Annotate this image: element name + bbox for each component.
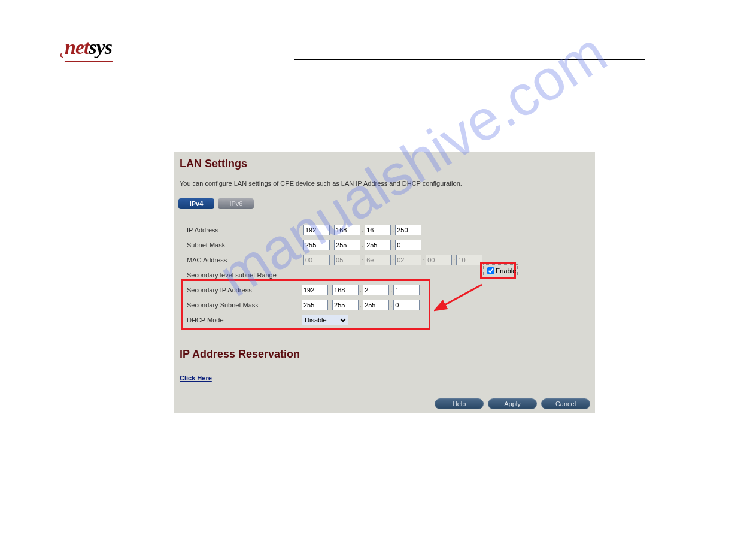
annotation-arrow-icon [434, 281, 488, 317]
page-title: LAN Settings [174, 152, 595, 170]
secondary-highlight-box: Secondary IP Address . . . Secondary Sub… [181, 279, 430, 330]
secondary-mask-label: Secondary Subnet Mask [187, 301, 302, 309]
action-button-bar: Help Apply Cancel [435, 398, 590, 409]
enable-checkbox-wrap: Enable [483, 264, 518, 277]
enable-label: Enable [496, 267, 516, 274]
row-dhcp-mode: DHCP Mode Disable [183, 312, 429, 327]
dot-separator: . [391, 241, 395, 249]
secondary-ip-label: Secondary IP Address [187, 286, 302, 294]
lan-form: IP Address . . . Subnet Mask . . . MAC A… [174, 222, 595, 282]
colon-separator: : [452, 256, 456, 264]
subnet-mask-label: Subnet Mask [187, 241, 303, 249]
mac-octet-1 [303, 255, 330, 265]
mac-octet-5 [426, 255, 452, 265]
dot-separator: . [389, 286, 393, 294]
subnet-mask-octet-2[interactable] [334, 240, 360, 250]
ip-reservation-title: IP Address Reservation [180, 348, 300, 361]
subnet-mask-octet-1[interactable] [303, 240, 330, 250]
ip-address-octet-1[interactable] [303, 225, 330, 235]
brand-logo: ‹ netsys [65, 36, 112, 59]
secondary-mask-octet-2[interactable] [332, 300, 359, 310]
ip-address-octet-3[interactable] [365, 225, 391, 235]
page-description: You can configure LAN settings of CPE de… [174, 170, 595, 187]
ip-version-tabs: IPv4 IPv6 [178, 198, 595, 209]
dot-separator: . [330, 241, 334, 249]
logo-red: net [65, 36, 89, 58]
dhcp-mode-label: DHCP Mode [187, 316, 302, 324]
colon-separator: : [421, 256, 426, 264]
ip-address-octet-4[interactable] [395, 225, 421, 235]
cancel-button[interactable]: Cancel [541, 398, 590, 409]
mac-octet-3 [365, 255, 391, 265]
subnet-mask-octet-3[interactable] [365, 240, 391, 250]
apply-button[interactable]: Apply [488, 398, 537, 409]
dot-separator: . [359, 286, 363, 294]
row-subnet-mask: Subnet Mask . . . [174, 237, 595, 252]
ip-address-octet-2[interactable] [334, 225, 360, 235]
colon-separator: : [360, 256, 365, 264]
tab-ipv4[interactable]: IPv4 [178, 198, 214, 209]
colon-separator: : [391, 256, 395, 264]
dot-separator: . [359, 301, 363, 309]
row-secondary-ip: Secondary IP Address . . . [183, 282, 429, 297]
dot-separator: . [391, 226, 395, 234]
secondary-mask-octet-3[interactable] [363, 300, 389, 310]
ip-address-label: IP Address [187, 226, 303, 234]
secondary-ip-octet-3[interactable] [363, 285, 389, 295]
secondary-ip-octet-2[interactable] [332, 285, 359, 295]
mac-octet-4 [395, 255, 421, 265]
secondary-ip-octet-1[interactable] [302, 285, 328, 295]
svg-line-0 [442, 285, 482, 306]
row-mac-address: MAC Address : : : : : [174, 252, 595, 267]
subnet-mask-octet-4[interactable] [395, 240, 421, 250]
mac-octet-6 [456, 255, 482, 265]
enable-highlight-box: Enable [480, 262, 516, 279]
secondary-mask-octet-4[interactable] [393, 300, 420, 310]
colon-separator: : [330, 256, 334, 264]
dot-separator: . [389, 301, 393, 309]
row-ip-address: IP Address . . . [174, 222, 595, 237]
mac-octet-2 [334, 255, 360, 265]
dot-separator: . [330, 226, 334, 234]
secondary-range-label: Secondary level subnet Range [187, 271, 303, 279]
mac-address-label: MAC Address [187, 256, 303, 264]
lan-settings-panel: LAN Settings You can configure LAN setti… [174, 152, 595, 413]
dot-separator: . [360, 241, 365, 249]
click-here-link[interactable]: Click Here [180, 374, 212, 382]
secondary-ip-octet-4[interactable] [393, 285, 420, 295]
help-button[interactable]: Help [435, 398, 484, 409]
tab-ipv6[interactable]: IPv6 [218, 198, 254, 209]
header-rule [294, 59, 645, 60]
enable-checkbox[interactable] [487, 267, 494, 274]
row-secondary-mask: Secondary Subnet Mask . . . [183, 297, 429, 312]
logo-black: sys [89, 36, 112, 58]
dhcp-mode-select[interactable]: Disable [302, 315, 348, 325]
dot-separator: . [360, 226, 365, 234]
dot-separator: . [328, 286, 332, 294]
secondary-mask-octet-1[interactable] [302, 300, 328, 310]
dot-separator: . [328, 301, 332, 309]
